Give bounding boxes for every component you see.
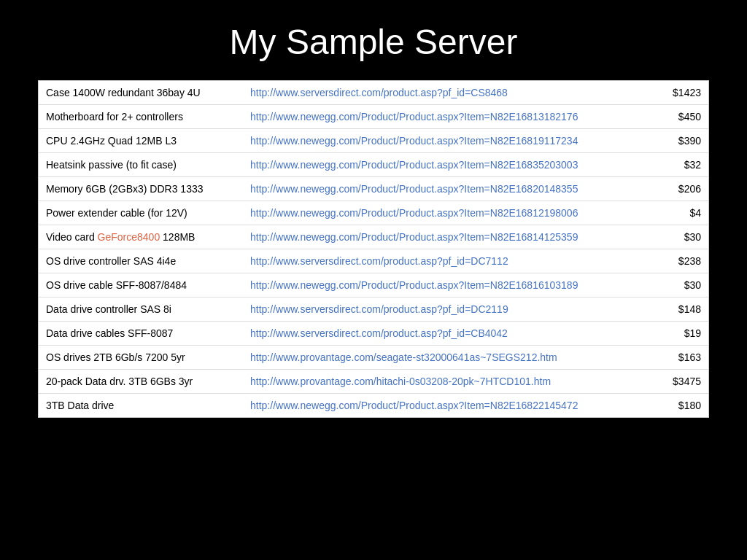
product-name: Power extender cable (for 12V) [39,201,243,225]
product-link[interactable]: http://www.serversdirect.com/product.asp… [250,303,508,315]
product-link[interactable]: http://www.newegg.com/Product/Product.as… [250,183,578,195]
product-price: $180 [657,394,708,418]
product-link[interactable]: http://www.newegg.com/Product/Product.as… [250,231,578,243]
product-name: OS drive controller SAS 4i4e [39,249,243,273]
table-row: Data drive cables SFF-8087http://www.ser… [39,322,708,346]
table-row: OS drives 2TB 6Gb/s 7200 5yrhttp://www.p… [39,346,708,370]
product-name: OS drive cable SFF-8087/8484 [39,273,243,298]
product-url[interactable]: http://www.serversdirect.com/product.asp… [243,249,657,273]
product-link[interactable]: http://www.newegg.com/Product/Product.as… [250,135,578,147]
product-url[interactable]: http://www.newegg.com/Product/Product.as… [243,177,657,201]
product-link[interactable]: http://www.serversdirect.com/product.asp… [250,87,508,98]
product-link[interactable]: http://www.newegg.com/Product/Product.as… [250,400,578,411]
product-url[interactable]: http://www.newegg.com/Product/Product.as… [243,105,657,129]
product-url[interactable]: http://www.newegg.com/Product/Product.as… [243,225,657,249]
product-url[interactable]: http://www.newegg.com/Product/Product.as… [243,153,657,177]
product-name: Case 1400W redundant 36bay 4U [39,81,243,105]
product-price: $3475 [657,370,708,394]
product-price: $4 [657,201,708,225]
product-name: Data drive cables SFF-8087 [39,322,243,346]
product-price: $30 [657,225,708,249]
table-row: Heatsink passive (to fit case)http://www… [39,153,708,177]
product-price: $30 [657,273,708,298]
product-link[interactable]: http://www.newegg.com/Product/Product.as… [250,207,578,219]
table-row: Motherboard for 2+ controllershttp://www… [39,105,708,129]
table-row: Memory 6GB (2GBx3) DDR3 1333http://www.n… [39,177,708,201]
product-price: $1423 [657,81,708,105]
table-row: CPU 2.4GHz Quad 12MB L3http://www.newegg… [39,129,708,153]
table-row: Case 1400W redundant 36bay 4Uhttp://www.… [39,81,708,105]
table-row: OS drive cable SFF-8087/8484http://www.n… [39,273,708,298]
product-link[interactable]: http://www.newegg.com/Product/Product.as… [250,111,578,122]
product-url[interactable]: http://www.serversdirect.com/product.asp… [243,298,657,322]
geforce-link[interactable]: GeForce8400 [98,231,160,243]
product-url[interactable]: http://www.newegg.com/Product/Product.as… [243,129,657,153]
table-row: 3TB Data drivehttp://www.newegg.com/Prod… [39,394,708,418]
product-name: Data drive controller SAS 8i [39,298,243,322]
product-url[interactable]: http://www.provantage.com/seagate-st3200… [243,346,657,370]
product-name: Motherboard for 2+ controllers [39,105,243,129]
product-table: Case 1400W redundant 36bay 4Uhttp://www.… [39,81,708,417]
product-url[interactable]: http://www.newegg.com/Product/Product.as… [243,273,657,298]
product-link[interactable]: http://www.newegg.com/Product/Product.as… [250,159,578,171]
product-link[interactable]: http://www.serversdirect.com/product.asp… [250,327,508,339]
product-url[interactable]: http://www.newegg.com/Product/Product.as… [243,201,657,225]
table-row: 20-pack Data drv. 3TB 6GBs 3yrhttp://www… [39,370,708,394]
product-price: $32 [657,153,708,177]
product-price: $148 [657,298,708,322]
product-name: Memory 6GB (2GBx3) DDR3 1333 [39,177,243,201]
product-price: $450 [657,105,708,129]
product-url[interactable]: http://www.newegg.com/Product/Product.as… [243,394,657,418]
product-url[interactable]: http://www.provantage.com/hitachi-0s0320… [243,370,657,394]
table-row: Data drive controller SAS 8ihttp://www.s… [39,298,708,322]
product-link[interactable]: http://www.newegg.com/Product/Product.as… [250,279,578,291]
product-price: $390 [657,129,708,153]
product-url[interactable]: http://www.serversdirect.com/product.asp… [243,322,657,346]
product-url[interactable]: http://www.serversdirect.com/product.asp… [243,81,657,105]
product-price: $163 [657,346,708,370]
product-price: $206 [657,177,708,201]
product-link[interactable]: http://www.provantage.com/seagate-st3200… [250,351,557,363]
product-price: $19 [657,322,708,346]
product-price: $238 [657,249,708,273]
product-link[interactable]: http://www.serversdirect.com/product.asp… [250,255,508,267]
product-name: 20-pack Data drv. 3TB 6GBs 3yr [39,370,243,394]
table-row: OS drive controller SAS 4i4ehttp://www.s… [39,249,708,273]
product-name: CPU 2.4GHz Quad 12MB L3 [39,129,243,153]
table-row: Power extender cable (for 12V)http://www… [39,201,708,225]
table-row: Video card GeForce8400 128MBhttp://www.n… [39,225,708,249]
page-title: My Sample Server [0,0,747,80]
product-name: 3TB Data drive [39,394,243,418]
product-name: Heatsink passive (to fit case) [39,153,243,177]
product-table-container: Case 1400W redundant 36bay 4Uhttp://www.… [38,80,709,418]
product-name: Video card GeForce8400 128MB [39,225,243,249]
product-link[interactable]: http://www.provantage.com/hitachi-0s0320… [250,376,551,387]
product-name: OS drives 2TB 6Gb/s 7200 5yr [39,346,243,370]
